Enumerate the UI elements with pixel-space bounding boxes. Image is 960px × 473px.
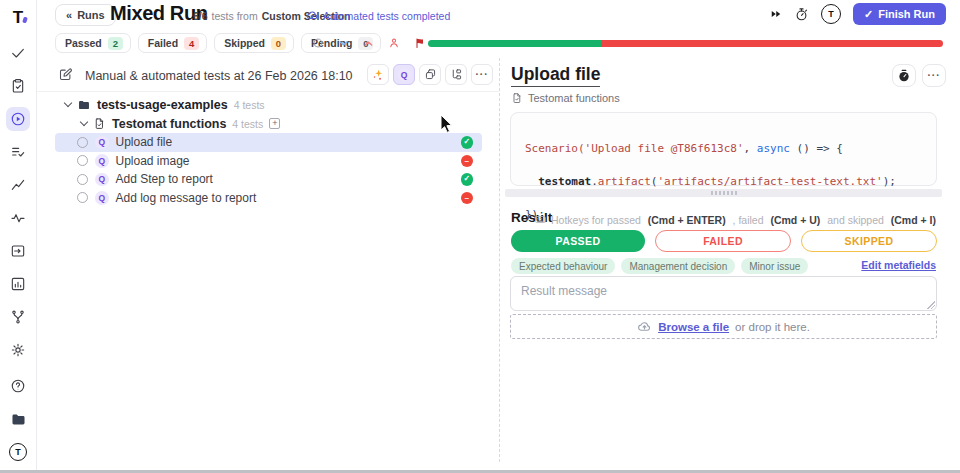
chevron-down-icon[interactable] <box>80 118 88 126</box>
tree-more-button[interactable]: ··· <box>471 64 493 85</box>
failed-button[interactable]: FAILED <box>655 230 791 252</box>
skipped-count-badge: 0 <box>271 37 286 50</box>
chevron-down-icon[interactable] <box>64 99 72 107</box>
automated-test-icon: Q <box>95 154 109 168</box>
tree-folder-row[interactable]: tests-usage-examples 4 tests <box>37 95 499 114</box>
tag-expected-behaviour[interactable]: Expected behaviour <box>511 258 615 274</box>
code-line-2: testomat.artifact('artifacts/artifact-te… <box>525 174 922 191</box>
nav-import-icon[interactable] <box>6 239 30 263</box>
user-avatar[interactable]: T <box>821 4 841 24</box>
chevron-down-icon[interactable] <box>338 38 349 49</box>
filter-automated-button[interactable]: Q <box>393 64 415 85</box>
browse-file-link[interactable]: Browse a file <box>658 321 729 333</box>
test-name: Add log message to report <box>116 191 257 205</box>
keyboard-icon <box>534 213 547 226</box>
panel-divider[interactable] <box>499 58 500 462</box>
automated-test-icon: Q <box>95 136 109 150</box>
filter-skipped-chip[interactable]: Skipped0 <box>214 33 294 53</box>
tree-structure-button[interactable] <box>445 64 467 85</box>
detail-more-button[interactable]: ··· <box>922 64 946 87</box>
nav-runs-icon[interactable] <box>6 107 30 131</box>
suite-file-icon <box>93 117 106 130</box>
expand-icon[interactable]: + <box>269 118 280 129</box>
test-row-add-log[interactable]: Q Add log message to report – <box>55 189 482 208</box>
folder-name: tests-usage-examples <box>97 98 228 112</box>
history-timer-button[interactable] <box>892 64 916 87</box>
hotkeys-hint: Hotkeys for passed (Cmd + ENTER) , faile… <box>534 213 936 226</box>
folder-test-count: 4 tests <box>234 99 265 111</box>
testomat-logo[interactable]: T <box>6 5 30 29</box>
nav-activity-icon[interactable] <box>6 206 30 230</box>
suite-name: Testomat functions <box>112 117 226 131</box>
automated-test-icon: Q <box>95 173 109 187</box>
textarea-resize-grip[interactable] <box>926 300 935 309</box>
result-message-input[interactable] <box>510 276 937 311</box>
test-name: Upload file <box>116 135 173 149</box>
progress-passed-segment <box>428 40 601 47</box>
nav-analytics-icon[interactable] <box>6 173 30 197</box>
copy-tree-button[interactable] <box>419 64 441 85</box>
test-detail-title: Upload file <box>511 64 600 87</box>
detail-suite-breadcrumb[interactable]: Testomat functions <box>511 92 620 104</box>
flag-icon[interactable] <box>414 37 426 49</box>
settings-gear-icon[interactable] <box>6 338 30 362</box>
account-avatar[interactable]: T <box>6 440 30 464</box>
back-to-runs-button[interactable]: « Runs <box>55 4 116 26</box>
failed-count-badge: 4 <box>184 37 199 50</box>
chevron-up-icon[interactable] <box>363 38 374 49</box>
cloud-check-icon <box>306 9 319 22</box>
horizontal-resize-handle[interactable] <box>505 189 942 197</box>
file-dropzone[interactable]: Browse a file or drop it here. <box>510 314 937 339</box>
nav-branches-icon[interactable] <box>6 305 30 329</box>
skipped-button[interactable]: SKIPPED <box>801 230 937 252</box>
run-progress-bar <box>428 40 943 47</box>
ai-sparkles-button[interactable] <box>367 64 389 85</box>
test-row-upload-file[interactable]: Q Upload file ✓ <box>55 133 482 152</box>
nav-results-icon[interactable] <box>6 140 30 164</box>
filter-icons <box>312 37 426 49</box>
test-radio[interactable] <box>77 192 88 203</box>
test-row-upload-image[interactable]: Q Upload image – <box>55 152 482 171</box>
passed-button[interactable]: PASSED <box>511 230 645 252</box>
nav-checks-icon[interactable] <box>6 41 30 65</box>
nav-reports-icon[interactable] <box>6 272 30 296</box>
more-icon: ··· <box>928 71 941 81</box>
tag-management-decision[interactable]: Management decision <box>621 258 735 274</box>
passed-count-badge: 2 <box>108 37 123 50</box>
tree-panel-header: Manual & automated tests at 26 Feb 2026 … <box>37 58 499 92</box>
automated-tests-status-link[interactable]: Automated tests completed <box>306 9 450 22</box>
finish-run-button[interactable]: ✓ Finish Run <box>853 3 946 25</box>
tree-suite-row[interactable]: Testomat functions 4 tests + <box>37 114 499 133</box>
sparkles-icon <box>371 68 385 82</box>
test-tree: tests-usage-examples 4 tests Testomat fu… <box>37 95 499 207</box>
cloud-upload-icon <box>637 319 652 334</box>
failed-status-icon: – <box>461 192 474 205</box>
run-title: Manual & automated tests at 26 Feb 2026 … <box>85 69 353 83</box>
fast-forward-icon[interactable] <box>770 8 782 20</box>
stopwatch-icon[interactable] <box>794 7 809 22</box>
nav-test-plans-icon[interactable] <box>6 74 30 98</box>
edit-run-icon[interactable] <box>58 67 73 82</box>
filter-passed-chip[interactable]: Passed2 <box>55 33 131 53</box>
passed-status-icon: ✓ <box>461 173 474 186</box>
help-icon[interactable] <box>6 374 30 398</box>
metafield-tags: Expected behaviour Management decision M… <box>511 258 808 274</box>
assignee-person-icon[interactable] <box>388 37 400 49</box>
filter-failed-chip[interactable]: Failed4 <box>138 33 207 53</box>
test-row-add-step[interactable]: Q Add Step to report ✓ <box>55 170 482 189</box>
chevrons-left-icon: « <box>66 9 72 21</box>
test-radio[interactable] <box>77 155 88 166</box>
edit-metafields-link[interactable]: Edit metafields <box>861 259 936 271</box>
tests-count: 6/6 <box>193 10 208 22</box>
grip-dots <box>711 191 737 195</box>
code-line-1: Scenario('Upload file @T86f613c8', async… <box>525 141 922 158</box>
test-radio[interactable] <box>77 137 88 148</box>
tag-minor-issue[interactable]: Minor issue <box>741 258 808 274</box>
projects-folder-icon[interactable] <box>6 407 30 431</box>
test-radio[interactable] <box>77 174 88 185</box>
empty-status-circle-icon[interactable] <box>312 37 324 49</box>
test-source-code: Scenario('Upload file @T86f613c8', async… <box>510 112 937 186</box>
test-name: Upload image <box>116 154 190 168</box>
result-message-wrap <box>510 276 937 311</box>
logo-accent-dot <box>22 17 28 24</box>
